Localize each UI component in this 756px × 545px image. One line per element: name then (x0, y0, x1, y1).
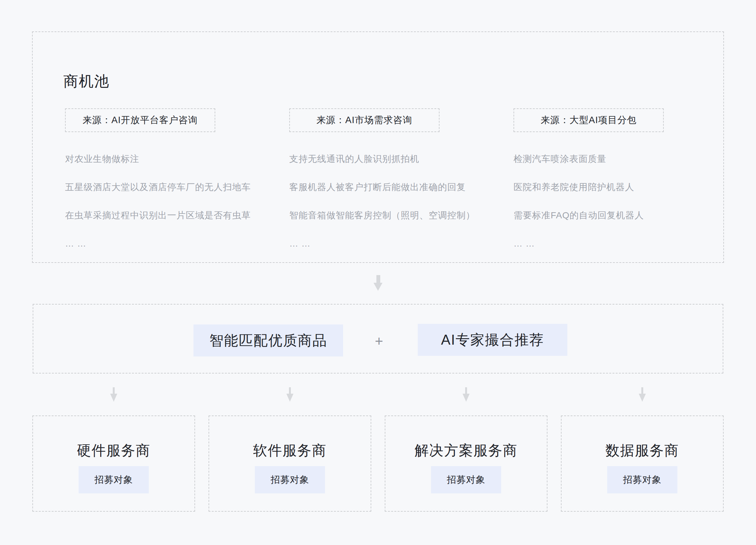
pool-column-project-subcontract: 来源：大型AI项目分包 检测汽车喷涂表面质量 医院和养老院使用陪护机器人 需要标… (514, 108, 719, 258)
list-item: 检测汽车喷涂表面质量 (514, 145, 719, 173)
smart-match-box: 智能匹配优质商品 (193, 325, 343, 357)
list-item-ellipsis: … … (289, 229, 494, 258)
provider-card-hardware: 硬件服务商 招募对象 (32, 416, 195, 512)
recruit-badge: 招募对象 (431, 466, 501, 493)
list-item-ellipsis: … … (514, 229, 719, 258)
source-tag: 来源：AI市场需求咨询 (289, 108, 440, 132)
source-tag: 来源：AI开放平台客户咨询 (65, 108, 215, 132)
recruit-badge: 招募对象 (79, 466, 149, 493)
list-item: 在虫草采摘过程中识别出一片区域是否有虫草 (65, 201, 270, 229)
list-item: 客服机器人被客户打断后能做出准确的回复 (289, 173, 494, 201)
down-arrow-icon (110, 387, 118, 402)
down-arrow-icon (373, 275, 384, 291)
opportunity-list: 支持无线通讯的人脸识别抓拍机 客服机器人被客户打断后能做出准确的回复 智能音箱做… (289, 145, 494, 258)
opportunity-pool-section: 商机池 来源：AI开放平台客户咨询 对农业生物做标注 五星级酒店大堂以及酒店停车… (32, 31, 724, 263)
provider-title: 硬件服务商 (33, 442, 194, 459)
list-item: 支持无线通讯的人脸识别抓拍机 (289, 145, 494, 173)
provider-title: 软件服务商 (209, 442, 371, 459)
source-tag: 来源：大型AI项目分包 (514, 108, 664, 132)
provider-card-data: 数据服务商 招募对象 (561, 416, 724, 512)
list-item: 医院和养老院使用陪护机器人 (514, 173, 719, 201)
list-item: 智能音箱做智能客房控制（照明、空调控制） (289, 201, 494, 229)
provider-title: 数据服务商 (562, 442, 723, 459)
pool-title: 商机池 (63, 73, 110, 89)
recruit-badge: 招募对象 (255, 466, 325, 493)
pool-column-open-platform: 来源：AI开放平台客户咨询 对农业生物做标注 五星级酒店大堂以及酒店停车厂的无人… (65, 108, 270, 258)
opportunity-list: 对农业生物做标注 五星级酒店大堂以及酒店停车厂的无人扫地车 在虫草采摘过程中识别… (65, 145, 270, 258)
provider-card-software: 软件服务商 招募对象 (209, 416, 371, 512)
down-arrow-icon (638, 387, 646, 402)
down-arrow-icon (462, 387, 470, 402)
recruit-badge: 招募对象 (607, 466, 678, 493)
diagram-canvas: { "colors": { "background": "#f7f8fa", "… (0, 0, 756, 545)
ai-expert-box: AI专家撮合推荐 (418, 324, 567, 356)
list-item: 需要标准FAQ的自动回复机器人 (514, 201, 719, 229)
pool-column-market-demand: 来源：AI市场需求咨询 支持无线通讯的人脸识别抓拍机 客服机器人被客户打断后能做… (289, 108, 494, 258)
provider-card-solution: 解决方案服务商 招募对象 (385, 416, 547, 512)
list-item: 对农业生物做标注 (65, 145, 270, 173)
list-item: 五星级酒店大堂以及酒店停车厂的无人扫地车 (65, 173, 270, 201)
matching-section: 智能匹配优质商品 + AI专家撮合推荐 (33, 304, 723, 374)
down-arrow-icon (286, 387, 294, 402)
provider-title: 解决方案服务商 (385, 442, 547, 459)
opportunity-list: 检测汽车喷涂表面质量 医院和养老院使用陪护机器人 需要标准FAQ的自动回复机器人… (514, 145, 719, 258)
plus-icon: + (366, 333, 392, 350)
list-item-ellipsis: … … (65, 229, 270, 258)
